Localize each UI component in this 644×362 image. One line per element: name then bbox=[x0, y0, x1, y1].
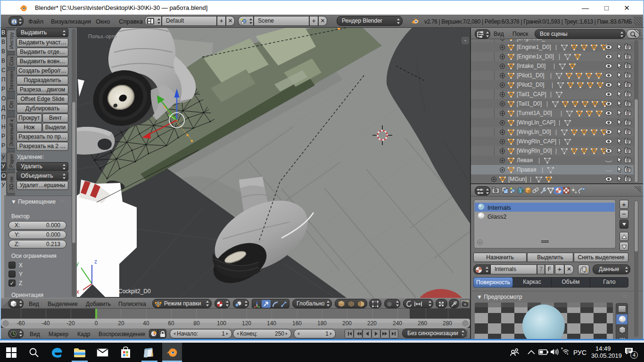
svg-text:180: 180 bbox=[317, 320, 327, 327]
svg-text:140: 140 bbox=[267, 320, 276, 327]
svg-text:z: z bbox=[94, 258, 97, 265]
svg-text:60: 60 bbox=[168, 320, 174, 327]
svg-text:0: 0 bbox=[95, 320, 98, 327]
svg-text:-20: -20 bbox=[66, 320, 75, 327]
svg-text:*: * bbox=[561, 347, 563, 352]
svg-text:Польз.-орто: Польз.-орто bbox=[88, 33, 117, 39]
svg-text:20: 20 bbox=[118, 320, 124, 327]
svg-text:260: 260 bbox=[418, 320, 427, 327]
svg-text:-60: -60 bbox=[17, 320, 25, 327]
svg-text:120: 120 bbox=[242, 320, 251, 327]
svg-text:240: 240 bbox=[393, 320, 402, 327]
svg-text:+: + bbox=[464, 38, 467, 43]
svg-text:i: i bbox=[14, 19, 15, 25]
svg-text:280: 280 bbox=[443, 320, 452, 327]
svg-text:-40: -40 bbox=[41, 320, 50, 327]
svg-text:100: 100 bbox=[217, 320, 226, 327]
svg-text:200: 200 bbox=[342, 320, 352, 327]
svg-text:80: 80 bbox=[193, 320, 200, 327]
svg-text:Cockpit2_D0: Cockpit2_D0 bbox=[118, 288, 151, 295]
svg-text:160: 160 bbox=[292, 320, 302, 327]
svg-text:220: 220 bbox=[367, 320, 377, 327]
svg-text:40: 40 bbox=[143, 320, 149, 327]
